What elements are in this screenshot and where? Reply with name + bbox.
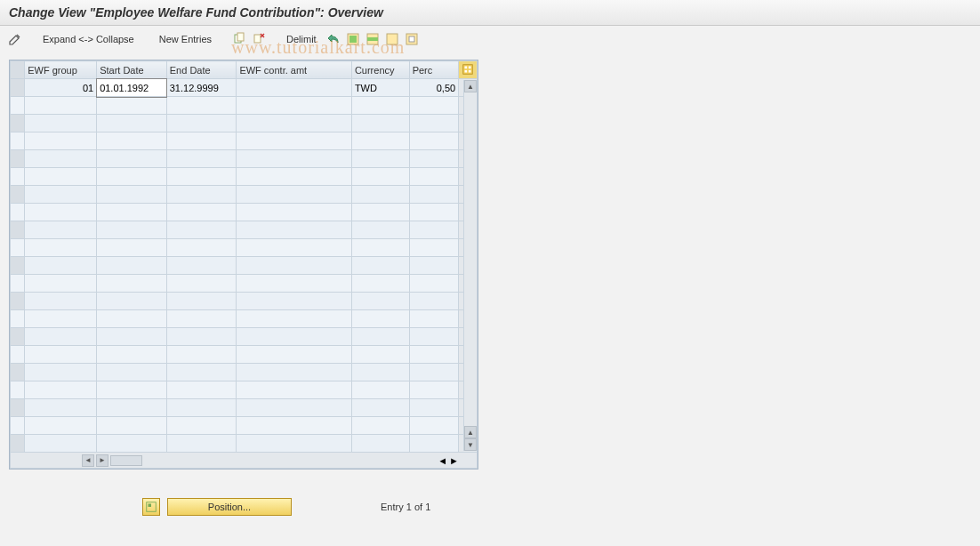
- row-selector[interactable]: [11, 97, 25, 115]
- row-selector[interactable]: [11, 293, 25, 310]
- cell-start_date[interactable]: [97, 399, 167, 417]
- cell-end_date[interactable]: [166, 115, 237, 132]
- cell-ewf_amt[interactable]: [237, 239, 352, 257]
- cell-end_date[interactable]: [166, 275, 237, 293]
- cell-perc[interactable]: [409, 257, 459, 275]
- row-selector[interactable]: [11, 221, 25, 239]
- cell-ewf_amt[interactable]: [237, 221, 352, 239]
- cell-ewf_group[interactable]: [25, 97, 97, 115]
- cell-currency[interactable]: [351, 346, 409, 364]
- cell-perc[interactable]: [409, 417, 459, 435]
- cell-start_date[interactable]: [97, 239, 167, 257]
- cell-perc[interactable]: [409, 97, 459, 115]
- cell-ewf_group[interactable]: [25, 168, 97, 186]
- row-selector[interactable]: [11, 364, 25, 381]
- row-selector[interactable]: [11, 328, 25, 346]
- row-selector[interactable]: [11, 239, 25, 257]
- horizontal-scrollbar-left[interactable]: ◄ ►: [11, 454, 477, 467]
- cell-ewf_group[interactable]: [25, 435, 97, 453]
- cell-perc[interactable]: [409, 168, 459, 186]
- col-header-currency[interactable]: Currency: [351, 61, 409, 79]
- table-settings-icon[interactable]: [459, 61, 478, 79]
- cell-ewf_group[interactable]: [25, 364, 97, 381]
- cell-currency[interactable]: [351, 364, 409, 381]
- cell-ewf_group[interactable]: [25, 275, 97, 293]
- cell-start_date[interactable]: [97, 257, 167, 275]
- scroll-down-icon[interactable]: ▼: [464, 438, 477, 451]
- cell-perc[interactable]: [409, 115, 459, 132]
- delete-icon[interactable]: [251, 31, 267, 47]
- cell-ewf_amt[interactable]: [237, 204, 352, 221]
- cell-start_date[interactable]: [97, 132, 167, 150]
- cell-ewf_amt[interactable]: [237, 257, 352, 275]
- cell-currency[interactable]: [351, 115, 409, 132]
- row-selector[interactable]: [11, 204, 25, 221]
- cell-start_date[interactable]: [97, 310, 167, 328]
- cell-perc[interactable]: [409, 221, 459, 239]
- row-selector[interactable]: [11, 132, 25, 150]
- cell-start_date[interactable]: [97, 346, 167, 364]
- cell-ewf_group[interactable]: [25, 381, 97, 399]
- cell-ewf_amt[interactable]: [237, 328, 352, 346]
- row-selector[interactable]: [11, 346, 25, 364]
- cell-currency[interactable]: [351, 257, 409, 275]
- cell-ewf_amt[interactable]: [237, 310, 352, 328]
- cell-ewf_group[interactable]: [25, 115, 97, 132]
- pencil-icon[interactable]: [7, 31, 23, 47]
- cell-perc[interactable]: [409, 346, 459, 364]
- cell-end_date[interactable]: [166, 293, 237, 310]
- row-selector[interactable]: [11, 257, 25, 275]
- col-header-end-date[interactable]: End Date: [166, 61, 237, 79]
- row-selector[interactable]: [11, 79, 25, 97]
- cell-perc[interactable]: [409, 381, 459, 399]
- print-config-icon[interactable]: [404, 31, 420, 47]
- cell-start_date[interactable]: 01.01.1992: [97, 79, 167, 97]
- cell-currency[interactable]: [351, 310, 409, 328]
- cell-end_date[interactable]: [166, 310, 237, 328]
- position-button[interactable]: Position...: [167, 498, 292, 516]
- cell-currency[interactable]: TWD: [351, 79, 409, 97]
- cell-perc[interactable]: [409, 328, 459, 346]
- cell-start_date[interactable]: [97, 97, 167, 115]
- cell-ewf_group[interactable]: [25, 310, 97, 328]
- cell-ewf_group[interactable]: [25, 204, 97, 221]
- cell-ewf_amt[interactable]: [237, 275, 352, 293]
- cell-end_date[interactable]: [166, 381, 237, 399]
- row-selector[interactable]: [11, 186, 25, 204]
- cell-end_date[interactable]: [166, 346, 237, 364]
- cell-end_date[interactable]: [166, 417, 237, 435]
- cell-end_date[interactable]: [166, 364, 237, 381]
- scroll-up2-icon[interactable]: ▲: [464, 426, 477, 438]
- cell-end_date[interactable]: [166, 435, 237, 453]
- cell-currency[interactable]: [351, 328, 409, 346]
- cell-start_date[interactable]: [97, 186, 167, 204]
- cell-end_date[interactable]: [166, 204, 237, 221]
- cell-currency[interactable]: [351, 168, 409, 186]
- cell-end_date[interactable]: [166, 97, 237, 115]
- cell-start_date[interactable]: [97, 381, 167, 399]
- cell-currency[interactable]: [351, 435, 409, 453]
- cell-end_date[interactable]: [166, 186, 237, 204]
- cell-ewf_amt[interactable]: [237, 115, 352, 132]
- row-selector[interactable]: [11, 381, 25, 399]
- cell-ewf_amt[interactable]: [237, 381, 352, 399]
- position-helper-icon[interactable]: [142, 498, 160, 516]
- cell-perc[interactable]: 0,50: [409, 79, 459, 97]
- row-selector[interactable]: [11, 168, 25, 186]
- cell-end_date[interactable]: 31.12.9999: [166, 79, 237, 97]
- col-header-ewf-group[interactable]: EWF group: [25, 61, 97, 79]
- cell-start_date[interactable]: [97, 168, 167, 186]
- cell-ewf_group[interactable]: [25, 221, 97, 239]
- scroll-left-icon[interactable]: ◄: [82, 454, 94, 467]
- cell-perc[interactable]: [409, 364, 459, 381]
- row-selector[interactable]: [11, 399, 25, 417]
- cell-ewf_group[interactable]: [25, 132, 97, 150]
- cell-perc[interactable]: [409, 150, 459, 168]
- cell-ewf_amt[interactable]: [237, 168, 352, 186]
- new-entries-button[interactable]: New Entries: [154, 34, 217, 44]
- cell-currency[interactable]: [351, 186, 409, 204]
- cell-ewf_amt[interactable]: [237, 364, 352, 381]
- cell-ewf_amt[interactable]: [237, 186, 352, 204]
- cell-ewf_group[interactable]: [25, 257, 97, 275]
- cell-ewf_group[interactable]: 01: [25, 79, 97, 97]
